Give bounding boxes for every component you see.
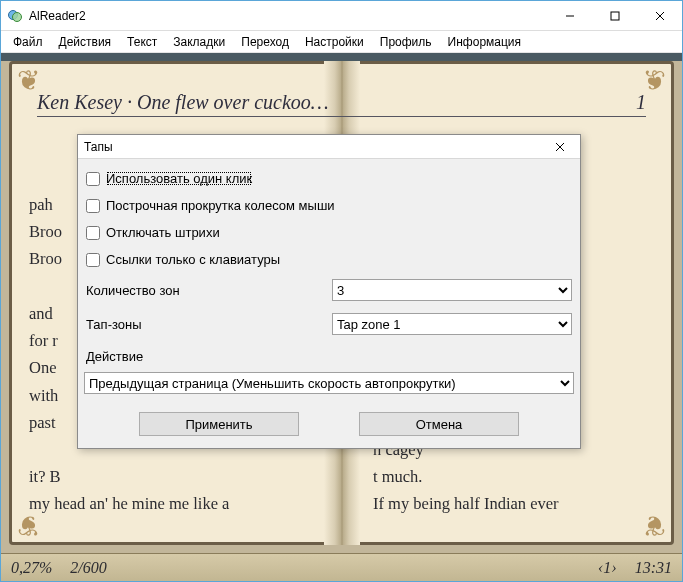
menu-text[interactable]: Текст xyxy=(119,33,165,51)
page-number: 1 xyxy=(636,91,646,114)
menu-info[interactable]: Информация xyxy=(440,33,529,51)
apply-button[interactable]: Применить xyxy=(139,412,299,436)
action-label: Действие xyxy=(84,343,574,366)
page-header: Ken Kesey · One flew over cuckoo… 1 xyxy=(37,91,646,117)
disable-strokes-checkbox[interactable] xyxy=(86,226,100,240)
dialog-close-button[interactable] xyxy=(540,135,580,158)
tap-zones-select[interactable]: Tap zone 1 xyxy=(332,313,572,335)
book-title: Ken Kesey · One flew over cuckoo… xyxy=(37,91,329,114)
action-select[interactable]: Предыдущая страница (Уменьшить скорость … xyxy=(84,372,574,394)
menu-actions[interactable]: Действия xyxy=(51,33,120,51)
dialog-title: Тапы xyxy=(84,140,113,154)
window-controls xyxy=(547,1,682,30)
menu-goto[interactable]: Переход xyxy=(233,33,297,51)
status-time: 13:31 xyxy=(635,559,672,577)
keyboard-links-label: Ссылки только с клавиатуры xyxy=(106,252,280,267)
cancel-button[interactable]: Отмена xyxy=(359,412,519,436)
window-title: AlReader2 xyxy=(29,9,547,23)
svg-rect-3 xyxy=(611,12,619,20)
minimize-button[interactable] xyxy=(547,1,592,30)
keyboard-links-checkbox[interactable] xyxy=(86,253,100,267)
maximize-button[interactable] xyxy=(592,1,637,30)
menubar: Файл Действия Текст Закладки Переход Нас… xyxy=(1,31,682,53)
menu-settings[interactable]: Настройки xyxy=(297,33,372,51)
menu-file[interactable]: Файл xyxy=(5,33,51,51)
status-battery: ‹1› xyxy=(598,559,617,577)
close-button[interactable] xyxy=(637,1,682,30)
single-click-label: Использовать один клик xyxy=(106,171,252,186)
statusbar: 0,27% 2/600 ‹1› 13:31 xyxy=(1,553,682,581)
tap-zones-label: Тап-зоны xyxy=(86,317,324,332)
menu-profile[interactable]: Профиль xyxy=(372,33,440,51)
zones-count-label: Количество зон xyxy=(86,283,324,298)
app-icon xyxy=(7,8,23,24)
wheel-scroll-label: Построчная прокрутка колесом мыши xyxy=(106,198,335,213)
status-pages: 2/600 xyxy=(70,559,106,577)
svg-point-1 xyxy=(13,12,22,21)
wheel-scroll-checkbox[interactable] xyxy=(86,199,100,213)
titlebar: AlReader2 xyxy=(1,1,682,31)
taps-dialog: Тапы Использовать один клик Построчная п… xyxy=(77,134,581,449)
menu-bookmarks[interactable]: Закладки xyxy=(165,33,233,51)
disable-strokes-label: Отключать штрихи xyxy=(106,225,220,240)
status-percent: 0,27% xyxy=(11,559,52,577)
zones-count-select[interactable]: 3 xyxy=(332,279,572,301)
dialog-body: Использовать один клик Построчная прокру… xyxy=(78,159,580,448)
single-click-checkbox[interactable] xyxy=(86,172,100,186)
dialog-titlebar: Тапы xyxy=(78,135,580,159)
